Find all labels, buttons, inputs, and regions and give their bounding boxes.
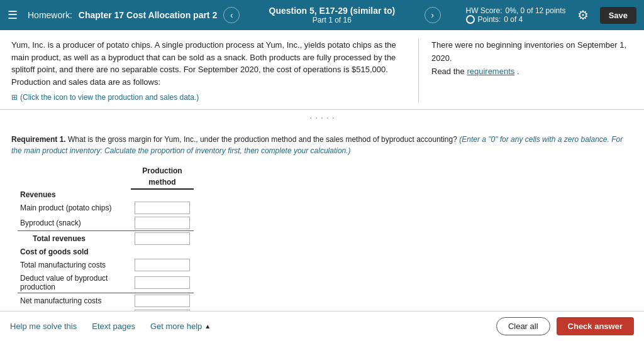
points-label: Points: xyxy=(478,15,501,24)
requirement-section: Requirement 1. What is the gross margin … xyxy=(0,126,644,341)
byproduct-label: Byproduct (snack) xyxy=(18,215,131,231)
byproduct-input[interactable] xyxy=(135,217,190,229)
hw-score-label: HW Score: xyxy=(466,6,502,15)
etext-pages-button[interactable]: Etext pages xyxy=(92,322,135,331)
problem-description: Yum, Inc. is a producer of potato chips.… xyxy=(11,39,419,103)
table-row: Deduct value of byproduct production xyxy=(18,273,194,293)
total-revenues-label: Total revenues xyxy=(18,231,131,247)
main-product-label: Main product (potato chips) xyxy=(18,200,131,215)
requirement-label: Requirement 1. xyxy=(11,135,66,144)
points-circle-icon xyxy=(466,15,475,24)
requirements-link[interactable]: requirements xyxy=(467,67,514,76)
menu-icon[interactable]: ☰ xyxy=(8,8,18,22)
requirement-question: What is the gross margin for Yum, Inc., … xyxy=(68,135,457,144)
total-revenues-input[interactable] xyxy=(135,232,190,245)
total-mfg-input-cell[interactable] xyxy=(131,257,194,273)
data-icon-link[interactable]: ⊞ (Click the icon to view the production… xyxy=(11,92,406,103)
homework-label: Homework: xyxy=(28,10,72,20)
requirements-text: Read the requirements . xyxy=(431,65,633,78)
drag-handle[interactable]: · · · · · xyxy=(0,110,644,126)
table-row: Total revenues xyxy=(18,231,194,247)
question-title: Question 5, E17-29 (similar to) xyxy=(269,6,396,16)
table-icon: ⊞ xyxy=(11,92,18,103)
clear-all-button[interactable]: Clear all xyxy=(496,317,550,335)
get-more-help-container: Get more help ▲ xyxy=(150,322,211,331)
revenues-section-header: Revenues xyxy=(18,189,194,200)
bottom-links: Help me solve this Etext pages Get more … xyxy=(10,322,211,331)
table-row: Byproduct (snack) xyxy=(18,215,194,231)
score-section: HW Score: 0%, 0 of 12 points Points: 0 o… xyxy=(466,6,566,24)
hw-score-value: 0%, 0 of 12 points xyxy=(506,6,566,15)
check-answer-button[interactable]: Check answer xyxy=(557,317,634,335)
no-inventory-text: There were no beginning inventories on S… xyxy=(431,39,633,65)
bottom-bar: Help me solve this Etext pages Get more … xyxy=(0,311,644,341)
main-product-input[interactable] xyxy=(135,202,190,214)
total-revenues-input-cell[interactable] xyxy=(131,231,194,247)
problem-text: Yum, Inc. is a producer of potato chips.… xyxy=(11,39,406,88)
net-mfg-label: Net manufacturing costs xyxy=(18,293,131,309)
net-mfg-input-cell[interactable] xyxy=(131,293,194,309)
chapter-title: Chapter 17 Cost Allocation part 2 xyxy=(79,10,217,20)
points-value: 0 of 4 xyxy=(504,15,523,24)
table-row: Total manufacturing costs xyxy=(18,257,194,273)
save-button[interactable]: Save xyxy=(600,7,636,24)
prev-question-button[interactable]: ‹ xyxy=(223,7,240,23)
top-header: ☰ Homework: Chapter 17 Cost Allocation p… xyxy=(0,0,644,30)
main-product-input-cell[interactable] xyxy=(131,200,194,215)
total-mfg-label: Total manufacturing costs xyxy=(18,257,131,273)
main-content: Yum, Inc. is a producer of potato chips.… xyxy=(0,30,644,110)
cogs-section-header: Cost of goods sold xyxy=(18,246,194,257)
settings-button[interactable]: ⚙ xyxy=(577,8,589,23)
table-row: Net manufacturing costs xyxy=(18,293,194,309)
chevron-up-icon: ▲ xyxy=(204,323,211,330)
problem-right-panel: There were no beginning inventories on S… xyxy=(419,39,633,103)
col-header-method: method xyxy=(131,176,194,189)
byproduct-input-cell[interactable] xyxy=(131,215,194,231)
deduct-byproduct-label: Deduct value of byproduct production xyxy=(18,273,131,293)
cogs-label: Cost of goods sold xyxy=(18,246,131,257)
total-mfg-input[interactable] xyxy=(135,259,190,271)
icon-link-label: (Click the icon to view the production a… xyxy=(20,92,199,103)
resize-handle-icon[interactable]: · · · · · xyxy=(309,112,335,124)
get-more-help-button[interactable]: Get more help xyxy=(150,322,202,331)
requirement-text: Requirement 1. What is the gross margin … xyxy=(11,134,633,156)
next-question-button[interactable]: › xyxy=(425,7,441,23)
deduct-byproduct-input[interactable] xyxy=(135,276,190,289)
part-label: Part 1 of 16 xyxy=(313,16,352,24)
col-header-production: Production xyxy=(131,165,194,176)
revenues-label: Revenues xyxy=(18,189,131,200)
help-me-solve-button[interactable]: Help me solve this xyxy=(10,322,77,331)
bottom-right-actions: Clear all Check answer xyxy=(496,317,634,335)
net-mfg-input[interactable] xyxy=(135,295,190,307)
question-info: Question 5, E17-29 (similar to) Part 1 o… xyxy=(246,6,418,24)
deduct-byproduct-input-cell[interactable] xyxy=(131,273,194,293)
table-row: Main product (potato chips) xyxy=(18,200,194,215)
